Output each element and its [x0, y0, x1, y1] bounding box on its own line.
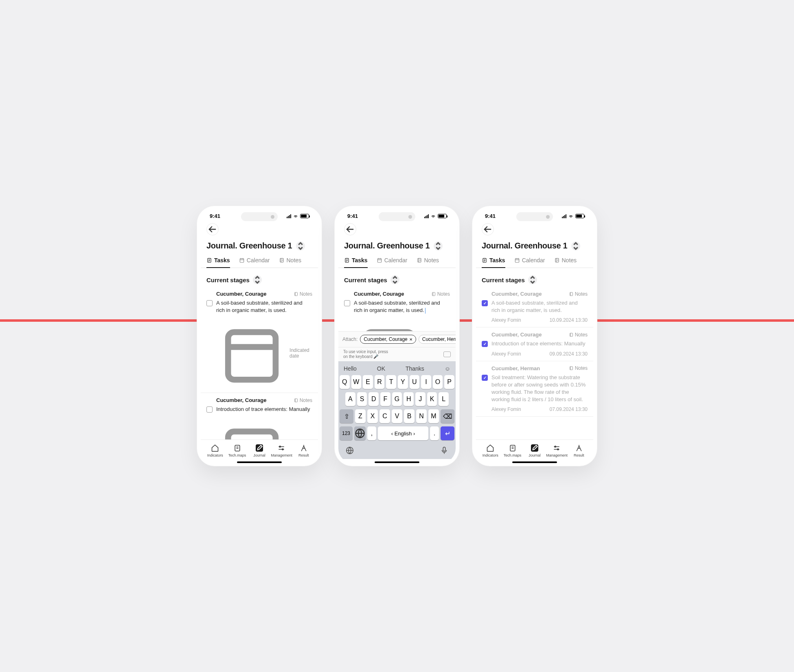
letter-key[interactable]: Z	[355, 409, 366, 423]
attach-chip[interactable]: Cucumber, Herman	[419, 335, 456, 344]
tab-tasks[interactable]: Tasks	[344, 254, 368, 268]
title-selector-icon[interactable]	[296, 242, 305, 250]
task-checkbox-checked[interactable]	[482, 341, 488, 347]
letter-key[interactable]: V	[392, 409, 402, 423]
letter-key[interactable]: P	[444, 375, 454, 389]
section-selector-icon[interactable]	[253, 275, 262, 284]
task-checkbox[interactable]	[206, 406, 213, 413]
task-notes-link[interactable]: Notes	[569, 332, 588, 338]
chip-remove-icon[interactable]: ✕	[409, 337, 412, 342]
letter-key[interactable]: O	[433, 375, 443, 389]
shift-key[interactable]: ⇧	[340, 409, 353, 423]
title-selector-icon[interactable]	[434, 242, 443, 250]
letter-key[interactable]: S	[357, 392, 367, 406]
tab-tasks[interactable]: Tasks	[482, 254, 505, 268]
back-button[interactable]	[482, 223, 494, 235]
letter-key[interactable]: U	[410, 375, 420, 389]
task-checkbox[interactable]	[206, 300, 213, 306]
task-notes-link[interactable]: Notes	[569, 291, 588, 297]
letter-key[interactable]: M	[428, 409, 439, 423]
page-title: Journal. Greenhouse 1	[206, 241, 292, 250]
notch	[516, 212, 553, 221]
letter-key[interactable]: T	[386, 375, 396, 389]
letter-key[interactable]: G	[392, 392, 402, 406]
task-completed-by: Alexey Fomin07.09.2024 13:30	[482, 406, 588, 412]
nav-techmaps[interactable]: Tech.maps	[226, 444, 248, 457]
numeric-key[interactable]: 123	[340, 426, 353, 440]
letter-key[interactable]: E	[363, 375, 373, 389]
status-bar: 9:41	[476, 210, 593, 220]
mic-icon[interactable]	[440, 446, 449, 455]
keyboard-toggle-icon[interactable]	[443, 351, 451, 357]
task-notes-link[interactable]: Notes	[431, 291, 450, 297]
letter-key[interactable]: X	[367, 409, 378, 423]
letter-key[interactable]: B	[404, 409, 415, 423]
letter-key[interactable]: A	[345, 392, 355, 406]
task-checkbox-checked[interactable]	[482, 300, 488, 306]
letter-key[interactable]: C	[379, 409, 390, 423]
tab-calendar[interactable]: Calendar	[377, 254, 408, 268]
letter-key[interactable]: Y	[398, 375, 408, 389]
status-time: 9:41	[485, 213, 496, 219]
task-list[interactable]: Cucumber, CourageNotes A soil-based subs…	[476, 287, 593, 439]
section-selector-icon[interactable]	[390, 275, 399, 284]
task-notes-link[interactable]: Notes	[569, 365, 588, 371]
letter-key[interactable]: Q	[340, 375, 350, 389]
suggestion[interactable]: Thanks	[406, 365, 424, 372]
space-key[interactable]: ‹ English ›	[378, 426, 428, 440]
period-key[interactable]: .	[430, 426, 439, 440]
letter-key[interactable]: D	[368, 392, 379, 406]
tab-calendar[interactable]: Calendar	[514, 254, 545, 268]
backspace-key[interactable]: ⌫	[441, 409, 454, 423]
letter-key[interactable]: I	[421, 375, 431, 389]
nav-indicators[interactable]: Indicators	[479, 444, 501, 457]
section-title: Current stages	[344, 277, 387, 283]
task-list[interactable]: Cucumber, CourageNotes A soil-based subs…	[338, 287, 456, 331]
nav-journal[interactable]: Journal	[524, 444, 546, 457]
suggestion[interactable]: OK	[377, 365, 385, 372]
status-icons	[287, 213, 309, 219]
task-date: Indicated date	[206, 317, 312, 389]
task-list[interactable]: Cucumber, CourageNotes A soil-based subs…	[201, 287, 318, 439]
globe-key[interactable]	[354, 426, 366, 440]
nav-journal[interactable]: Journal	[248, 444, 270, 457]
letter-key[interactable]: J	[415, 392, 426, 406]
wifi-icon	[293, 213, 298, 219]
keyboard-suggestions: Hello OK Thanks ☺	[340, 364, 454, 375]
section-selector-icon[interactable]	[528, 275, 537, 284]
task-description-input[interactable]: A soil-based substrate, sterilized and r…	[354, 299, 450, 314]
back-button[interactable]	[344, 223, 356, 235]
attach-chip-selected[interactable]: Cucumber, Courage✕	[360, 335, 416, 344]
letter-key[interactable]: H	[404, 392, 414, 406]
tab-notes[interactable]: Notes	[417, 254, 439, 268]
letter-key[interactable]: R	[375, 375, 385, 389]
tab-calendar[interactable]: Calendar	[239, 254, 270, 268]
nav-result[interactable]: Result	[568, 444, 590, 457]
emoji-icon[interactable]: ☺	[445, 365, 450, 372]
task-notes-link[interactable]: Notes	[294, 397, 312, 403]
nav-result[interactable]: Result	[293, 444, 315, 457]
comma-key[interactable]: ,	[367, 426, 376, 440]
nav-management[interactable]: Management	[270, 444, 292, 457]
tab-notes[interactable]: Notes	[279, 254, 302, 268]
tab-tasks[interactable]: Tasks	[206, 254, 230, 268]
letter-key[interactable]: N	[416, 409, 427, 423]
tab-notes[interactable]: Notes	[554, 254, 577, 268]
title-selector-icon[interactable]	[571, 242, 580, 250]
enter-key[interactable]: ↵	[441, 426, 454, 440]
tabs: Tasks Calendar Notes	[201, 254, 318, 268]
suggestion[interactable]: Hello	[344, 365, 357, 372]
letter-key[interactable]: W	[351, 375, 362, 389]
globe-icon[interactable]	[345, 446, 354, 455]
task-item-editing: Cucumber, CourageNotes A soil-based subs…	[338, 287, 456, 331]
nav-indicators[interactable]: Indicators	[204, 444, 226, 457]
task-notes-link[interactable]: Notes	[294, 291, 312, 297]
nav-management[interactable]: Management	[546, 444, 568, 457]
task-checkbox[interactable]	[344, 300, 350, 306]
letter-key[interactable]: K	[427, 392, 437, 406]
task-checkbox-checked[interactable]	[482, 375, 488, 381]
letter-key[interactable]: F	[380, 392, 390, 406]
nav-techmaps[interactable]: Tech.maps	[501, 444, 523, 457]
letter-key[interactable]: L	[439, 392, 449, 406]
back-button[interactable]	[206, 223, 219, 235]
